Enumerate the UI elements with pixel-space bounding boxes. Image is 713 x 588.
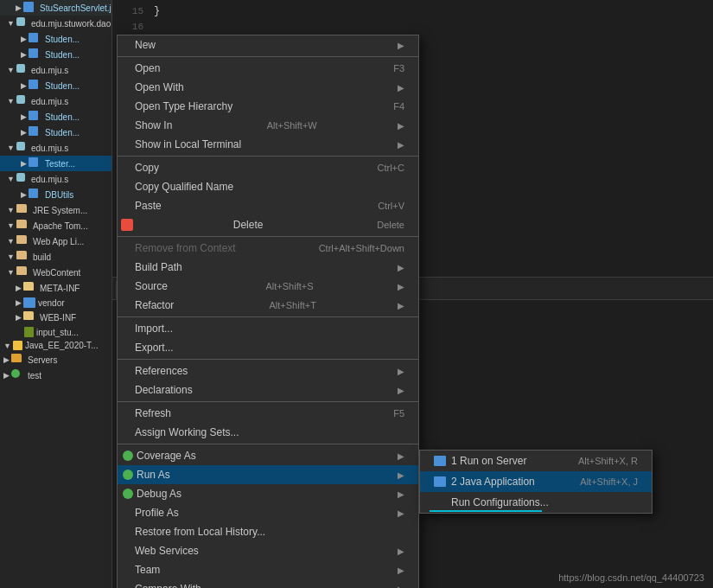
- menu-shortcut: Delete: [377, 220, 404, 230]
- menu-item-label: Export...: [135, 342, 174, 354]
- menu-item-label: Declarations: [135, 384, 193, 396]
- menu-item-coverage-as[interactable]: Coverage As ▶: [118, 446, 418, 465]
- folder-icon: [16, 266, 29, 278]
- submenu-arrow-icon: ▶: [398, 489, 404, 499]
- code-line: 16: [119, 19, 706, 35]
- menu-item-compare-with[interactable]: Compare With ▶: [118, 579, 418, 588]
- package-icon: [16, 95, 29, 107]
- folder-icon: [16, 204, 29, 216]
- menu-item-remove-context[interactable]: Remove from Context Ctrl+Alt+Shift+Down: [118, 239, 418, 258]
- sidebar-item-pkg3[interactable]: ▼ edu.mju.s: [0, 93, 111, 109]
- file-icon: [24, 327, 34, 337]
- sidebar-item-webapplib[interactable]: ▼ Web App Li...: [0, 233, 111, 249]
- delete-icon: [121, 219, 133, 231]
- sidebar-item-student4[interactable]: ▶ Studen...: [0, 109, 111, 125]
- sidebar-item-metainf[interactable]: ▶ META-INF: [0, 280, 111, 296]
- submenu-arrow-icon: ▶: [398, 83, 404, 93]
- submenu-item-content: 2 Java Application: [434, 476, 580, 488]
- menu-item-refresh[interactable]: Refresh F5: [118, 404, 418, 423]
- sidebar-item-javaee[interactable]: ▼ Java_EE_2020-T...: [0, 339, 111, 352]
- sidebar-item-label: StuSearchServlet.java: [40, 3, 112, 13]
- menu-shortcut: Alt+Shift+S: [265, 281, 313, 291]
- sidebar-item-label: test: [28, 371, 41, 380]
- submenu-item-label: 2 Java Application: [451, 476, 535, 488]
- sidebar-item-student1[interactable]: ▶ Studen...: [0, 31, 111, 47]
- menu-item-source[interactable]: Source Alt+Shift+S ▶: [118, 277, 418, 296]
- sidebar-item-label: DBUtils: [45, 190, 73, 200]
- sidebar-item-pkg5[interactable]: ▼ edu.mju.s: [0, 171, 111, 187]
- sidebar-item-label: edu.mju.stuwork.dao: [31, 19, 111, 29]
- submenu-item-run-on-server[interactable]: 1 Run on Server Alt+Shift+X, R: [420, 451, 652, 471]
- sidebar-item-student5[interactable]: ▶ Studen...: [0, 125, 111, 140]
- menu-item-team[interactable]: Team ▶: [118, 560, 418, 579]
- expand-arrow: ▶: [21, 112, 27, 121]
- menu-item-label: Restore from Local History...: [135, 526, 265, 538]
- sidebar-item-inputstu[interactable]: input_stu...: [0, 325, 111, 339]
- menu-item-assign-working-sets[interactable]: Assign Working Sets...: [118, 423, 418, 442]
- sidebar-item-tester[interactable]: ▶ Tester...: [0, 156, 111, 171]
- expand-arrow: ▼: [7, 175, 15, 183]
- sidebar-item-dao-package[interactable]: ▼ edu.mju.stuwork.dao: [0, 16, 111, 31]
- expand-arrow: ▼: [7, 268, 15, 277]
- menu-item-copy-qualified[interactable]: Copy Qualified Name: [118, 177, 418, 196]
- sidebar-item-stusearchservlet[interactable]: ▶ StuSearchServlet.java: [0, 0, 111, 16]
- expand-arrow: ▼: [7, 221, 15, 230]
- sidebar-item-pkg4[interactable]: ▼ edu.mju.s: [0, 140, 111, 156]
- expand-arrow: ▶: [21, 128, 27, 137]
- menu-item-debug-as[interactable]: Debug As ▶: [118, 484, 418, 503]
- menu-item-open-type-hierarchy[interactable]: Open Type Hierarchy F4: [118, 97, 418, 116]
- submenu-arrow-icon: ▶: [398, 508, 404, 518]
- sidebar-item-student3[interactable]: ▶ Studen...: [0, 78, 111, 93]
- menu-item-web-services[interactable]: Web Services ▶: [118, 541, 418, 560]
- expand-arrow: ▼: [7, 19, 15, 28]
- java-icon: [23, 2, 35, 14]
- menu-item-delete[interactable]: Delete Delete: [118, 215, 418, 234]
- menu-item-paste[interactable]: Paste Ctrl+V: [118, 196, 418, 215]
- menu-item-label: Build Path: [135, 261, 182, 273]
- folder-icon: [16, 220, 29, 232]
- submenu-item-java-app[interactable]: 2 Java Application Alt+Shift+X, J: [420, 471, 652, 492]
- menu-item-copy[interactable]: Copy Ctrl+C: [118, 158, 418, 177]
- submenu-item-content: 1 Run on Server: [434, 455, 578, 467]
- sidebar-item-servers[interactable]: ▶ Servers: [0, 352, 111, 368]
- sidebar-item-label: Studen...: [45, 35, 80, 44]
- menu-item-label: Show in Local Terminal: [135, 138, 241, 150]
- sidebar-item-dbutils[interactable]: ▶ DBUtils: [0, 187, 111, 202]
- menu-item-label: Open With: [135, 81, 184, 93]
- sidebar-item-student2[interactable]: ▶ Studen...: [0, 47, 111, 62]
- sidebar-item-test[interactable]: ▶ test: [0, 368, 111, 383]
- sidebar-item-jre[interactable]: ▼ JRE System...: [0, 202, 111, 218]
- test-icon: [11, 369, 23, 381]
- menu-item-export[interactable]: Export...: [118, 338, 418, 357]
- menu-item-profile-as[interactable]: Profile As ▶: [118, 503, 418, 522]
- menu-item-import[interactable]: Import...: [118, 319, 418, 338]
- submenu-arrow-icon: ▶: [398, 451, 404, 461]
- teal-underline-decoration: [430, 510, 542, 512]
- menu-item-new[interactable]: New ▶: [118, 35, 418, 54]
- run-icon: [123, 470, 133, 480]
- java-icon: [29, 48, 41, 61]
- sidebar-item-build[interactable]: ▼ build: [0, 249, 111, 265]
- menu-item-references[interactable]: References ▶: [118, 361, 418, 380]
- menu-item-restore-history[interactable]: Restore from Local History...: [118, 522, 418, 541]
- sidebar-item-pkg2[interactable]: ▼ edu.mju.s: [0, 62, 111, 78]
- sidebar-item-apache[interactable]: ▼ Apache Tom...: [0, 218, 111, 233]
- blog-url: https://blog.csdn.net/qq_44400723: [558, 572, 704, 583]
- sidebar-item-label: WebContent: [33, 268, 80, 278]
- menu-item-open-with[interactable]: Open With ▶: [118, 78, 418, 97]
- submenu-arrow-icon: ▶: [398, 367, 404, 376]
- sidebar-item-vendor[interactable]: ▶ vendor: [0, 296, 111, 310]
- sidebar-item-label: edu.mju.s: [31, 66, 68, 75]
- menu-item-show-local-terminal[interactable]: Show in Local Terminal ▶: [118, 135, 418, 154]
- menu-item-refactor[interactable]: Refactor Alt+Shift+T ▶: [118, 296, 418, 315]
- menu-item-declarations[interactable]: Declarations ▶: [118, 380, 418, 399]
- menu-item-run-as[interactable]: Run As ▶: [118, 465, 418, 484]
- folder-icon: [16, 251, 29, 263]
- sidebar-item-label: vendor: [38, 298, 65, 308]
- menu-item-show-in[interactable]: Show In Alt+Shift+W ▶: [118, 116, 418, 135]
- menu-item-label: Refresh: [135, 407, 171, 419]
- sidebar-item-webinf[interactable]: ▶ WEB-INF: [0, 310, 111, 325]
- sidebar-item-webcontent[interactable]: ▼ WebContent: [0, 265, 111, 280]
- menu-item-build-path[interactable]: Build Path ▶: [118, 258, 418, 277]
- menu-item-open[interactable]: Open F3: [118, 59, 418, 78]
